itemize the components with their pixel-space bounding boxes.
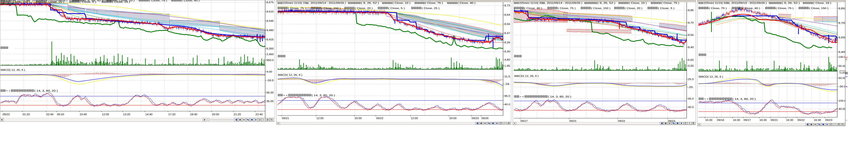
svg-text:1,95: 1,95	[504, 65, 510, 67]
svg-text:35.00: 35.00	[267, 100, 274, 103]
svg-text:D: D	[500, 122, 502, 124]
svg-text:( Close, 5 ): ( Close, 5 )	[388, 7, 405, 9]
svg-text:10:40: 10:40	[80, 113, 87, 116]
svg-text:2,450: 2,450	[267, 53, 274, 56]
svg-text:I: I	[264, 119, 264, 121]
svg-text:4.00: 4.00	[267, 70, 272, 73]
svg-text:( 14, 3, 80, 20 ): ( 14, 3, 80, 20 )	[732, 98, 756, 100]
svg-text:14:40: 14:40	[146, 113, 153, 116]
svg-text:11.5: 11.5	[504, 75, 510, 78]
svg-text:17:20: 17:20	[168, 113, 176, 116]
svg-text:( Close, 20 ): ( Close, 20 )	[355, 7, 373, 9]
svg-text:8,30: 8,30	[504, 50, 510, 53]
svg-text:( 9, 26, 52 ): ( 9, 26, 52 )	[85, 0, 103, 2]
svg-text:MACD( 12, 26, 9 ): MACD( 12, 26, 9 )	[699, 75, 723, 78]
svg-text:09/17: 09/17	[744, 119, 751, 121]
svg-text:18:40: 18:40	[190, 113, 197, 116]
svg-text:× 10: × 10	[840, 71, 845, 73]
svg-text:40.00: 40.00	[839, 108, 846, 110]
svg-text:8,39: 8,39	[504, 41, 510, 44]
svg-text:D: D	[830, 123, 832, 126]
svg-text:16:30: 16:30	[733, 119, 740, 121]
svg-text:-18.: -18.	[504, 82, 510, 85]
svg-text:( Close, 5 ): ( Close, 5 )	[658, 7, 675, 9]
svg-text:09/22: 09/22	[3, 113, 10, 116]
svg-text:B: B	[267, 119, 269, 121]
svg-text:( Close, 75 ): ( Close, 75 )	[149, 0, 167, 2]
svg-text:3,00: 3,00	[688, 65, 694, 67]
svg-text:01:20: 01:20	[23, 113, 30, 116]
svg-text:21:20: 21:20	[234, 113, 241, 116]
svg-text:I: I	[689, 122, 690, 124]
svg-text:09/22: 09/22	[618, 119, 625, 122]
svg-text:100.0: 100.0	[839, 99, 846, 102]
svg-text:16:30: 16:30	[760, 119, 767, 121]
svg-text:8,550: 8,550	[839, 36, 846, 39]
svg-text:09/16: 09/16	[717, 119, 724, 121]
svg-text:( Close, 20 ): ( Close, 20 )	[625, 7, 643, 9]
svg-text:B: B	[508, 122, 510, 124]
svg-text:8,73: 8,73	[504, 4, 510, 7]
svg-text:16:30: 16:30	[705, 119, 713, 121]
svg-text:, 2011/09/14 - 2011/09/26 ): , 2011/09/14 - 2011/09/26 )	[30, 0, 67, 2]
svg-text:40.0: 40.0	[688, 106, 694, 108]
svg-text:-25.: -25.	[688, 86, 694, 88]
svg-text:D: D	[685, 122, 686, 124]
svg-text:8,47: 8,47	[504, 32, 510, 35]
svg-text:8,40: 8,40	[688, 46, 694, 48]
svg-text:95.0: 95.0	[688, 97, 694, 100]
svg-text:8,350: 8,350	[267, 47, 274, 50]
svg-text:20:00: 20:00	[450, 117, 457, 119]
svg-text:4,80: 4,80	[504, 58, 510, 61]
svg-text:B: B	[692, 122, 694, 124]
svg-text:MACD( 12, 26, 9 ): MACD( 12, 26, 9 )	[1, 69, 25, 71]
svg-text:16:30: 16:30	[786, 119, 794, 121]
svg-text:( Close, 75 ): ( Close, 75 )	[709, 7, 727, 9]
svg-text:D: D	[259, 119, 260, 121]
svg-text:8,70: 8,70	[688, 21, 694, 24]
svg-text:8,610: 8,610	[267, 10, 274, 13]
svg-text:95.00: 95.00	[267, 91, 274, 94]
svg-text:09/21: 09/21	[569, 119, 577, 122]
svg-text:12:00: 12:00	[316, 117, 324, 119]
svg-text:22:40: 22:40	[256, 113, 263, 116]
svg-text:( Close, 150 ): ( Close, 150 )	[591, 7, 611, 9]
svg-text:16:30: 16:30	[814, 119, 821, 121]
svg-text:I: I	[835, 123, 836, 126]
svg-text:50.00: 50.00	[839, 77, 846, 79]
svg-text:( 14, 3, 80, 20 ): ( 14, 3, 80, 20 )	[312, 94, 335, 97]
svg-text:950.0: 950.0	[267, 59, 274, 62]
svg-text:( Close, 75 ): ( Close, 75 )	[558, 7, 576, 9]
svg-text:12:00: 12:00	[102, 113, 109, 116]
svg-text:8,85: 8,85	[688, 9, 694, 11]
svg-text:09/23: 09/23	[825, 119, 833, 121]
svg-text:02:40: 02:40	[46, 113, 54, 116]
svg-text:( Close, 25 ): ( Close, 25 )	[422, 7, 440, 9]
svg-text:( Close, 40 ): ( Close, 40 )	[742, 7, 760, 9]
svg-text:-30.0: -30.0	[839, 85, 846, 88]
svg-text:( Close, 150 ): ( Close, 150 )	[321, 7, 341, 9]
svg-text:95.0: 95.0	[504, 95, 510, 97]
svg-text:8,675: 8,675	[267, 1, 274, 4]
svg-text:225mini 11/10( 5: 225mini 11/10( 5	[6, 0, 28, 2]
svg-text:( Close, 75 ): ( Close, 75 )	[776, 7, 794, 9]
svg-text:( Close, 150 ): ( Close, 150 )	[809, 7, 829, 9]
svg-text:( 14, 3, 80, 20 ): ( 14, 3, 80, 20 )	[34, 89, 58, 92]
svg-text:8,700: 8,700	[839, 22, 846, 24]
svg-text:12:00: 12:00	[411, 117, 418, 119]
svg-text:25.0: 25.0	[688, 78, 694, 80]
svg-text:8,400: 8,400	[839, 50, 846, 53]
svg-text:8,480: 8,480	[267, 29, 274, 32]
svg-text:8,545: 8,545	[267, 20, 274, 22]
svg-text:8,56: 8,56	[504, 23, 510, 26]
svg-text:MACD( 12, 26, 9 ): MACD( 12, 26, 9 )	[514, 75, 538, 77]
svg-text:I: I	[505, 122, 505, 124]
svg-text:( Close, 40 ): ( Close, 40 )	[524, 7, 542, 9]
svg-text:8,64: 8,64	[504, 13, 510, 16]
svg-text:( 14, 3, 80, 20 ): ( 14, 3, 80, 20 )	[548, 95, 571, 98]
svg-text:8,415: 8,415	[267, 38, 274, 41]
svg-text:55.00: 55.00	[839, 65, 846, 67]
svg-text:13:20: 13:20	[123, 113, 130, 116]
svg-text:09/22: 09/22	[798, 119, 805, 121]
svg-text:09/23: 09/23	[668, 119, 675, 122]
